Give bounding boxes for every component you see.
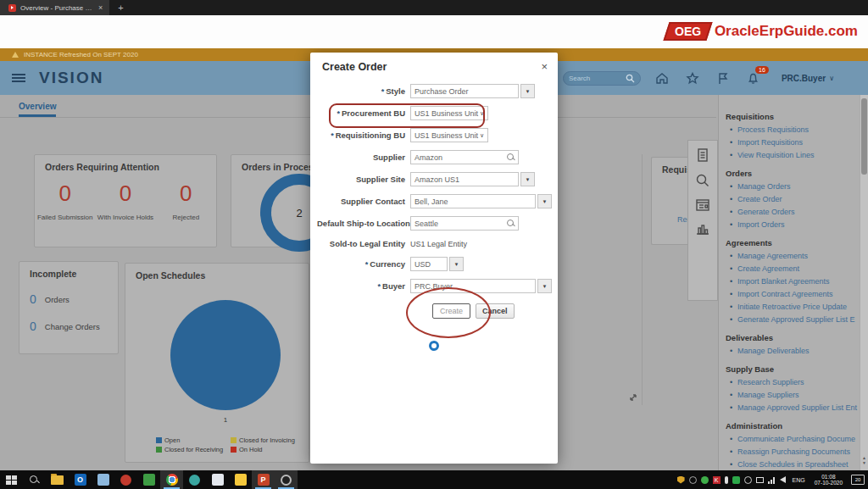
taskbar-search-button[interactable] <box>23 470 46 489</box>
sidebar-item-import-requisitions[interactable]: Import Requisitions <box>726 136 860 149</box>
supplier-input[interactable]: Amazon <box>410 150 519 164</box>
chrome-button[interactable] <box>160 470 183 489</box>
network-signal-icon[interactable] <box>768 476 776 484</box>
sidebar-item-research-suppliers[interactable]: Research Suppliers <box>726 376 860 389</box>
user-menu[interactable]: PRC.Buyer <box>782 74 826 83</box>
search-icon[interactable] <box>507 153 515 162</box>
buyer-input[interactable]: PRC.Buyer <box>410 279 536 293</box>
global-search-input[interactable]: Search <box>563 71 641 86</box>
currency-input[interactable]: USD <box>410 257 448 271</box>
home-icon[interactable] <box>654 70 670 86</box>
language-indicator[interactable]: ENG <box>790 477 808 483</box>
style-input[interactable]: Purchase Order <box>410 84 519 98</box>
sidebar-item-close-schedules-in-spreadsheet[interactable]: Close Schedules in Spreadsheet <box>726 458 860 470</box>
sidebar-item-import-blanket-agreements[interactable]: Import Blanket Agreements <box>726 275 860 288</box>
search-icon[interactable] <box>695 173 710 188</box>
windows-taskbar: O P K ENG 01:08 07-10-2020 20 <box>0 470 868 489</box>
sidebar-item-import-contract-agreements[interactable]: Import Contract Agreements <box>726 288 860 301</box>
create-button[interactable]: Create <box>432 303 470 319</box>
sidebar-item-manage-deliverables[interactable]: Manage Deliverables <box>726 345 860 358</box>
outlook-icon: O <box>75 474 86 486</box>
stat-failed-submission[interactable]: 0 Failed Submission <box>35 181 95 221</box>
tab-overview[interactable]: Overview <box>19 102 56 117</box>
user-caret-icon[interactable]: ∨ <box>829 75 834 82</box>
stat-invoice-holds[interactable]: 0 With Invoice Holds <box>95 181 155 221</box>
outlook-button[interactable]: O <box>69 470 92 489</box>
legend-swatch <box>231 437 236 443</box>
action-center-button[interactable]: 20 <box>851 475 865 485</box>
scrollbar-arrows[interactable]: ▲▼ <box>860 455 868 465</box>
procurement-bu-combo[interactable]: US1 Business Unit∨ <box>410 106 488 120</box>
sticky-notes-button[interactable] <box>229 470 252 489</box>
microphone-icon[interactable] <box>725 476 728 484</box>
mail-button[interactable] <box>92 470 114 489</box>
search-icon[interactable] <box>507 219 515 228</box>
notifications-bell-icon[interactable]: 16 <box>746 70 761 86</box>
dropdown-button[interactable]: ▼ <box>537 279 552 293</box>
sidebar-item-process-requisitions[interactable]: Process Requisitions <box>726 124 860 136</box>
incomplete-change-orders[interactable]: 0 Change Orders <box>30 320 118 333</box>
scrollbar-thumb[interactable] <box>861 98 867 175</box>
sidebar-item-initiate-retroactive-price-update[interactable]: Initiate Retroactive Price Update <box>726 301 860 314</box>
tray-circle-icon[interactable] <box>689 476 697 484</box>
sidebar-item-generate-orders[interactable]: Generate Orders <box>726 206 860 219</box>
menu-icon[interactable] <box>12 74 25 82</box>
chart-icon[interactable] <box>695 222 710 236</box>
globe-icon[interactable] <box>744 476 752 484</box>
favorites-star-icon[interactable] <box>685 70 700 86</box>
dropdown-button[interactable]: ▼ <box>449 257 464 271</box>
red-app-button[interactable] <box>114 470 137 489</box>
stat-rejected[interactable]: 0 Rejected <box>156 181 216 221</box>
supplier-contact-input[interactable]: Bell, Jane <box>410 194 536 208</box>
green-doc-app-button[interactable] <box>137 470 160 489</box>
resize-handle-icon[interactable] <box>629 390 637 405</box>
browser-tab[interactable]: Overview - Purchase Orders - C × <box>0 0 109 15</box>
scrollbar-track[interactable] <box>860 95 868 470</box>
blue-app-button[interactable] <box>206 470 229 489</box>
speaker-icon[interactable] <box>780 476 786 483</box>
teal-app-button[interactable] <box>183 470 206 489</box>
security-shield-icon[interactable] <box>677 476 685 484</box>
powerpoint-button[interactable]: P <box>252 470 275 489</box>
field-label: *Buyer <box>317 281 405 291</box>
mail-icon <box>97 474 109 486</box>
tray-k-icon[interactable]: K <box>713 476 721 484</box>
sidebar-item-reassign-purchasing-documents[interactable]: Reassign Purchasing Documents <box>726 446 860 458</box>
tray-phone-icon[interactable] <box>732 476 740 484</box>
sidebar-item-communicate-purchasing-documents[interactable]: Communicate Purchasing Docume <box>726 433 860 446</box>
ship-to-location-input[interactable]: Seattle <box>410 216 519 231</box>
taskbar-clock[interactable]: 01:08 07-10-2020 <box>812 474 845 486</box>
attention-stats: 0 Failed Submission 0 With Invoice Holds… <box>35 181 216 221</box>
sidebar-item-create-order[interactable]: Create Order <box>726 193 860 206</box>
dialog-header: Create Order × <box>310 53 558 73</box>
dropdown-button[interactable]: ▼ <box>520 172 535 186</box>
sidebar-item-manage-approved-supplier-list[interactable]: Manage Approved Supplier List Ent <box>726 402 860 414</box>
tab-close-icon[interactable]: × <box>98 3 103 12</box>
sidebar-item-create-agreement[interactable]: Create Agreement <box>726 263 860 275</box>
sidebar-item-manage-orders[interactable]: Manage Orders <box>726 181 860 193</box>
side-toolbar <box>687 140 718 301</box>
document-icon[interactable] <box>696 147 709 163</box>
requisitioning-bu-combo[interactable]: US1 Business Unit∨ <box>410 128 488 142</box>
tray-green-icon[interactable] <box>701 476 709 484</box>
start-button[interactable] <box>0 470 23 489</box>
cancel-button[interactable]: Cancel <box>476 303 515 319</box>
form-icon[interactable] <box>695 198 710 212</box>
dropdown-button[interactable]: ▼ <box>537 194 552 208</box>
stat-label: Orders <box>45 295 70 304</box>
required-marker: * <box>331 131 334 140</box>
new-tab-button[interactable]: + <box>118 3 123 13</box>
close-icon[interactable]: × <box>541 63 548 71</box>
supplier-site-input[interactable]: Amazon US1 <box>410 172 519 186</box>
dropdown-button[interactable]: ▼ <box>520 84 535 98</box>
monitor-icon[interactable] <box>756 477 764 483</box>
sidebar-item-import-orders[interactable]: Import Orders <box>726 219 860 231</box>
file-explorer-button[interactable] <box>46 470 69 489</box>
flag-icon[interactable] <box>715 70 731 86</box>
recorder-button[interactable] <box>275 470 298 489</box>
sidebar-item-manage-suppliers[interactable]: Manage Suppliers <box>726 389 860 402</box>
incomplete-orders[interactable]: 0 Orders <box>30 292 118 306</box>
sidebar-item-view-requisition-lines[interactable]: View Requisition Lines <box>726 149 860 162</box>
sidebar-item-generate-approved-supplier-list[interactable]: Generate Approved Supplier List E <box>726 314 860 326</box>
sidebar-item-manage-agreements[interactable]: Manage Agreements <box>726 250 860 263</box>
